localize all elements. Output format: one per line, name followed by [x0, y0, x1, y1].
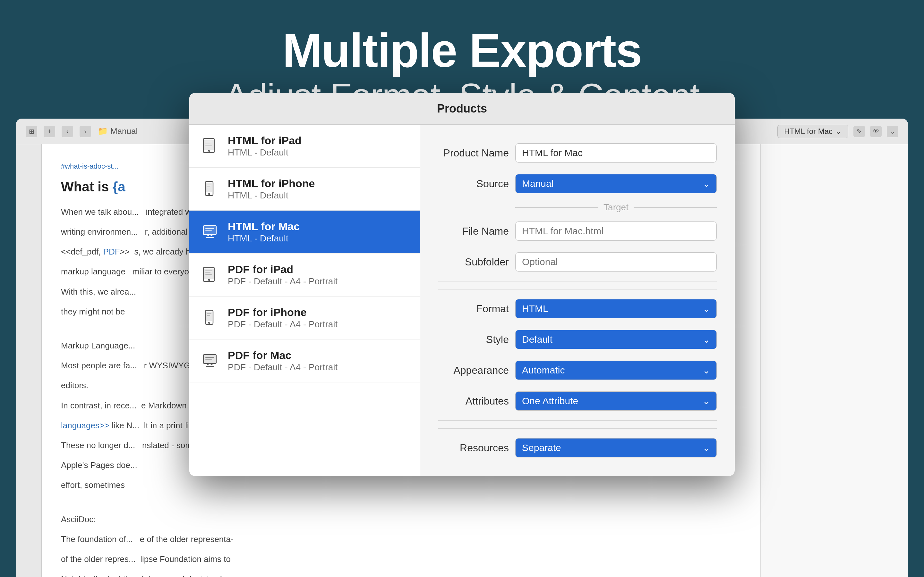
source-value: Manual [522, 178, 553, 189]
svg-rect-9 [207, 185, 212, 185]
svg-rect-26 [207, 316, 210, 316]
resources-select[interactable]: Separate ⌄ [515, 438, 717, 458]
chevron-down-icon: ⌄ [835, 127, 842, 136]
attributes-chevron-icon: ⌄ [703, 396, 710, 406]
product-info-pdf-mac: PDF for Mac PDF - Default - A4 - Portrai… [228, 349, 338, 372]
resources-value: Separate [522, 442, 561, 453]
product-icon-pdf-iphone [201, 309, 219, 327]
product-item-pdf-iphone[interactable]: PDF for iPhone PDF - Default - A4 - Port… [189, 297, 420, 340]
source-select[interactable]: Manual ⌄ [515, 174, 717, 193]
breadcrumb: 📁 Manual [97, 126, 137, 136]
svg-rect-1 [204, 140, 214, 150]
format-select[interactable]: HTML ⌄ [515, 299, 717, 318]
product-icon-html-ipad [201, 137, 219, 155]
product-item-html-mac[interactable]: HTML for Mac HTML - Default [189, 211, 420, 253]
product-item-pdf-ipad[interactable]: PDF for iPad PDF - Default - A4 - Portra… [189, 253, 420, 297]
eye-icon[interactable]: 👁 [870, 126, 882, 137]
dialog-body: HTML for iPad HTML - Default HTML f [189, 125, 735, 476]
product-name-label: Product Name [438, 147, 509, 159]
svg-rect-17 [204, 269, 214, 279]
attributes-label: Attributes [438, 395, 509, 407]
svg-rect-21 [205, 274, 212, 275]
target-center: Target [515, 202, 717, 213]
dialog-title: Products [189, 93, 735, 125]
product-icon-html-mac [201, 223, 219, 241]
svg-rect-25 [207, 314, 212, 314]
product-info-pdf-iphone: PDF for iPhone PDF - Default - A4 - Port… [228, 306, 338, 330]
source-label: Source [438, 178, 509, 190]
app-sidebar [16, 144, 42, 577]
attributes-select[interactable]: One Attribute ⌄ [515, 392, 717, 411]
product-info-html-ipad: HTML for iPad HTML - Default [228, 134, 302, 158]
svg-rect-14 [205, 228, 214, 229]
subfolder-label: Subfolder [438, 256, 509, 268]
resources-row: Resources Separate ⌄ [438, 428, 717, 463]
appearance-value: Automatic [522, 365, 565, 376]
product-list: HTML for iPad HTML - Default HTML f [189, 125, 420, 476]
appearance-chevron-icon: ⌄ [703, 365, 710, 376]
product-item-html-iphone[interactable]: HTML for iPhone HTML - Default [189, 168, 420, 211]
svg-rect-19 [205, 271, 212, 271]
product-name-pdf-ipad: PDF for iPad [228, 263, 338, 276]
file-name-row: File Name [438, 216, 717, 247]
file-name-label: File Name [438, 226, 509, 237]
product-name-html-iphone: HTML for iPhone [228, 177, 315, 190]
target-line-1 [515, 207, 598, 208]
svg-point-18 [208, 279, 210, 281]
svg-rect-30 [205, 357, 214, 358]
product-desc-pdf-mac: PDF - Default - A4 - Portrait [228, 362, 338, 372]
product-name-input[interactable] [515, 143, 717, 163]
product-icon-html-iphone [201, 180, 219, 198]
svg-rect-3 [205, 142, 212, 142]
svg-point-2 [208, 150, 210, 152]
svg-rect-10 [207, 187, 210, 187]
product-desc-html-ipad: HTML - Default [228, 147, 302, 158]
resources-chevron-icon: ⌄ [703, 443, 710, 453]
svg-rect-29 [206, 366, 214, 367]
product-desc-html-mac: HTML - Default [228, 234, 300, 243]
svg-rect-7 [206, 183, 212, 192]
product-desc-html-iphone: HTML - Default [228, 190, 315, 201]
svg-point-8 [208, 193, 210, 195]
product-icon-pdf-ipad [201, 266, 219, 284]
file-name-input[interactable] [515, 221, 717, 241]
product-selector[interactable]: HTML for Mac ⌄ [777, 125, 848, 138]
format-chevron-icon: ⌄ [703, 303, 710, 314]
edit-icon[interactable]: ✎ [853, 126, 865, 137]
toolbar-right: HTML for Mac ⌄ ✎ 👁 ⌄ [777, 125, 898, 138]
svg-rect-13 [206, 237, 214, 238]
style-select[interactable]: Default ⌄ [515, 330, 717, 349]
svg-rect-31 [205, 359, 212, 359]
svg-rect-5 [205, 145, 212, 146]
product-item-pdf-mac[interactable]: PDF for Mac PDF - Default - A4 - Portrai… [189, 340, 420, 382]
sidebar-toggle-icon[interactable]: ⊞ [26, 126, 37, 137]
svg-rect-4 [205, 143, 210, 144]
source-chevron-icon: ⌄ [703, 179, 710, 189]
editor-right-panel [760, 144, 908, 577]
appearance-select[interactable]: Automatic ⌄ [515, 361, 717, 380]
folder-icon: 📁 [97, 126, 108, 136]
format-label: Format [438, 303, 509, 315]
product-info-pdf-ipad: PDF for iPad PDF - Default - A4 - Portra… [228, 263, 338, 287]
add-button-icon[interactable]: + [44, 126, 55, 137]
subfolder-row: Subfolder [438, 247, 717, 282]
subfolder-input[interactable] [515, 252, 717, 271]
svg-rect-20 [205, 272, 210, 273]
back-icon[interactable]: ‹ [61, 126, 73, 137]
style-value: Default [522, 334, 552, 345]
chevron-down-icon[interactable]: ⌄ [887, 126, 898, 137]
source-row: Source Manual ⌄ [438, 168, 717, 199]
product-info-html-mac: HTML for Mac HTML - Default [228, 220, 300, 243]
target-line-2 [634, 207, 717, 208]
forward-icon[interactable]: › [79, 126, 91, 137]
settings-panel: Product Name Source Manual ⌄ Target [420, 125, 735, 476]
product-item-html-ipad[interactable]: HTML for iPad HTML - Default [189, 125, 420, 168]
products-dialog: Products HTML for iPad H [189, 93, 735, 476]
resources-label: Resources [438, 442, 509, 454]
format-value: HTML [522, 303, 548, 314]
target-label: Target [598, 202, 634, 213]
product-name-row: Product Name [438, 137, 717, 168]
svg-point-24 [208, 322, 210, 324]
appearance-row: Appearance Automatic ⌄ [438, 355, 717, 386]
product-desc-pdf-ipad: PDF - Default - A4 - Portrait [228, 276, 338, 287]
